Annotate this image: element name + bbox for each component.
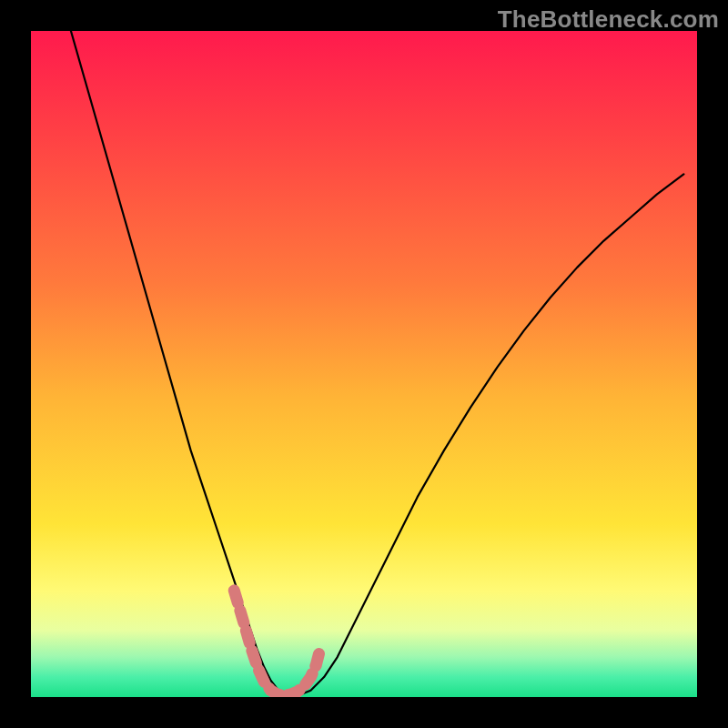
plot-area xyxy=(31,31,697,697)
curve-overlay xyxy=(31,31,697,697)
attribution-label: TheBottleneck.com xyxy=(498,5,719,34)
bottleneck-curve xyxy=(71,31,683,696)
optimal-range-marker xyxy=(234,591,320,695)
chart-frame: TheBottleneck.com xyxy=(0,0,728,728)
